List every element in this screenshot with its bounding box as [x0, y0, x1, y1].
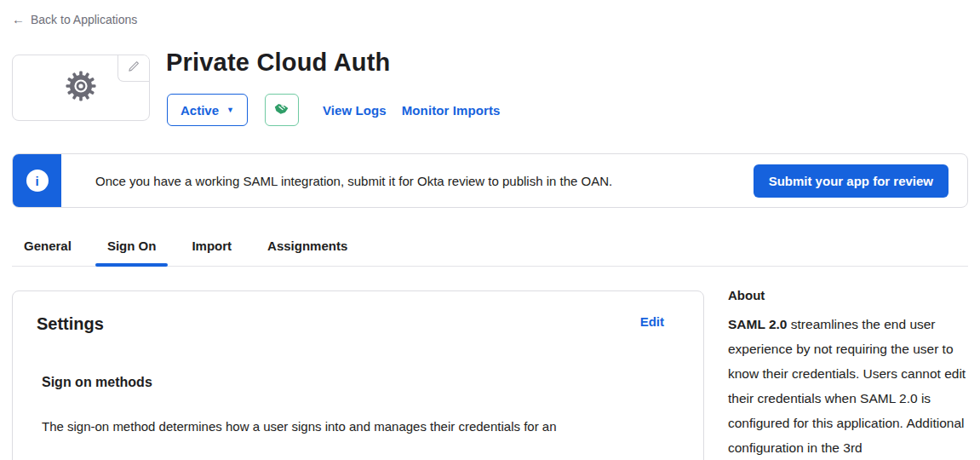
sign-on-methods-description: The sign-on method determines how a user…	[42, 417, 679, 435]
info-icon: i	[26, 170, 49, 192]
page-title: Private Cloud Auth	[166, 49, 391, 77]
gear-icon	[64, 69, 98, 106]
app-detail-page: ← Back to Applications	[0, 0, 980, 460]
tab-general[interactable]: General	[24, 239, 72, 266]
tab-assignments[interactable]: Assignments	[267, 239, 347, 266]
banner-message: Once you have a working SAML integration…	[95, 174, 754, 188]
pencil-icon	[128, 60, 140, 76]
edit-settings-link[interactable]: Edit	[640, 314, 664, 329]
app-tabs: General Sign On Import Assignments	[12, 239, 968, 267]
tab-import[interactable]: Import	[192, 239, 232, 266]
edit-logo-button[interactable]	[117, 55, 149, 82]
monitor-imports-link[interactable]: Monitor Imports	[402, 103, 501, 118]
back-arrow-icon: ←	[12, 12, 25, 26]
settings-panel: Settings Edit Sign on methods The sign-o…	[12, 290, 704, 460]
view-logs-link[interactable]: View Logs	[323, 103, 387, 118]
partner-handshake-button[interactable]	[265, 94, 299, 126]
settings-header: Settings Edit	[37, 314, 679, 334]
app-logo-card	[12, 55, 150, 121]
submit-app-for-review-button[interactable]: Submit your app for review	[754, 164, 948, 198]
about-description: SAML 2.0 streamlines the end user experi…	[728, 312, 973, 460]
app-controls-row: Active ▼ View Logs Monitor Imports	[167, 94, 500, 126]
status-label: Active	[181, 103, 219, 118]
handshake-icon	[272, 100, 290, 121]
about-title: About	[728, 288, 973, 302]
sign-on-methods-title: Sign on methods	[42, 375, 679, 390]
oan-review-banner: i Once you have a working SAML integrati…	[12, 153, 968, 208]
settings-title: Settings	[37, 314, 104, 334]
status-dropdown-button[interactable]: Active ▼	[167, 94, 248, 126]
about-sidebar: About SAML 2.0 streamlines the end user …	[728, 288, 973, 460]
about-body-text: streamlines the end user experience by n…	[728, 317, 966, 455]
back-to-applications-link[interactable]: ← Back to Applications	[12, 12, 137, 26]
tab-sign-on[interactable]: Sign On	[107, 239, 157, 266]
back-link-label: Back to Applications	[31, 13, 137, 26]
about-bold-lead: SAML 2.0	[728, 317, 788, 331]
chevron-down-icon: ▼	[226, 106, 234, 114]
banner-accent: i	[13, 154, 61, 207]
